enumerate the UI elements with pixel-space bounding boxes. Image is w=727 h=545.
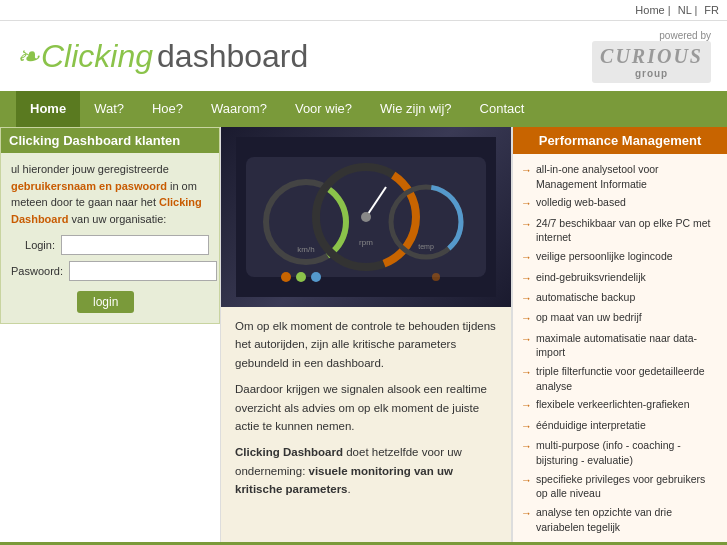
right-column: Performance Management →all-in-one analy… (512, 127, 727, 542)
arrow-icon: → (521, 332, 532, 347)
left-column: Clicking Dashboard klanten ul hieronder … (0, 127, 220, 542)
main-content: Clicking Dashboard klanten ul hieronder … (0, 127, 727, 542)
perf-item-text: éénduidige interpretatie (536, 418, 646, 433)
password-label: Paswoord: (11, 265, 63, 277)
arrow-icon: → (521, 217, 532, 232)
performance-list-item: →analyse ten opzichte van drie variabele… (517, 503, 723, 536)
nav-contact[interactable]: Contact (466, 91, 539, 127)
arrow-icon: → (521, 250, 532, 265)
clicking-dashboard-bold: Clicking Dashboard (235, 446, 343, 458)
perf-item-text: specifieke privileges voor gebruikers op… (536, 472, 719, 501)
performance-list-item: →24/7 beschikbaar van op elke PC met int… (517, 214, 723, 247)
performance-list-item: →veilige persoonlijke logincode (517, 247, 723, 267)
perf-item-text: volledig web-based (536, 195, 626, 210)
center-column: km/h rpm temp Om op elk moment de contro… (220, 127, 512, 542)
perf-item-text: all-in-one analysetool voor Management I… (536, 162, 719, 191)
svg-text:rpm: rpm (359, 238, 373, 247)
svg-point-16 (432, 273, 440, 281)
perf-item-text: automatische backup (536, 290, 635, 305)
home-link[interactable]: Home (635, 4, 664, 16)
logo-dashboard: dashboard (157, 38, 308, 75)
svg-point-8 (361, 212, 371, 222)
login-field-row: Login: (11, 235, 209, 255)
password-input[interactable] (69, 261, 217, 281)
center-text-area: Om op elk moment de controle te behouden… (221, 307, 511, 517)
nav-hoe[interactable]: Hoe? (138, 91, 197, 127)
performance-list-item: →maximale automatisatie naar data-import (517, 329, 723, 362)
svg-point-14 (296, 272, 306, 282)
center-para-3: Clicking Dashboard doet hetzelfde voor u… (235, 443, 497, 498)
performance-list: →all-in-one analysetool voor Management … (513, 154, 727, 542)
arrow-icon: → (521, 163, 532, 178)
login-label: Login: (11, 239, 55, 251)
main-nav: Home Wat? Hoe? Waarom? Voor wie? Wie zij… (0, 91, 727, 127)
arrow-icon: → (521, 196, 532, 211)
svg-point-13 (281, 272, 291, 282)
powered-by-text: powered by (592, 30, 711, 41)
curious-text: CURIOUS (600, 45, 703, 67)
curious-logo: CURIOUS group (592, 41, 711, 83)
login-box: Clicking Dashboard klanten ul hieronder … (0, 127, 220, 324)
password-field-row: Paswoord: (11, 261, 209, 281)
perf-item-text: eind-gebruiksvriendelijk (536, 270, 646, 285)
perf-item-text: veilige persoonlijke logincode (536, 249, 673, 264)
performance-list-item: →eind-gebruiksvriendelijk (517, 268, 723, 288)
perf-item-text: 24/7 beschikbaar van op elke PC met inte… (536, 216, 719, 245)
center-para-2: Daardoor krijgen we signalen alsook een … (235, 380, 497, 435)
arrow-icon: → (521, 398, 532, 413)
logo-clicking: Clicking (41, 38, 153, 75)
arrow-icon: → (521, 271, 532, 286)
performance-list-item: →éénduidige interpretatie (517, 416, 723, 436)
nav-wie-zijn-wij[interactable]: Wie zijn wij? (366, 91, 466, 127)
performance-list-item: →op maat van uw bedrijf (517, 308, 723, 328)
nl-link[interactable]: NL (678, 4, 692, 16)
perf-item-text: analyse ten opzichte van drie variabelen… (536, 505, 719, 534)
nav-home[interactable]: Home (16, 91, 80, 127)
powered-by-area: powered by CURIOUS group (592, 30, 711, 83)
perf-item-text: maximale automatisatie naar data-import (536, 331, 719, 360)
arrow-icon: → (521, 473, 532, 488)
login-input[interactable] (61, 235, 209, 255)
performance-list-item: →triple filterfunctie voor gedetailleerd… (517, 362, 723, 395)
svg-text:temp: temp (418, 243, 434, 251)
fr-link[interactable]: FR (704, 4, 719, 16)
arrow-icon: → (521, 311, 532, 326)
arrow-icon: → (521, 419, 532, 434)
curious-group-text: group (600, 68, 703, 79)
visual-monitoring-bold: visuele monitoring van uw kritische para… (235, 465, 453, 495)
performance-list-item: →flexibele verkeerlichten-grafieken (517, 395, 723, 415)
arrow-icon: → (521, 291, 532, 306)
perf-item-text: flexibele verkeerlichten-grafieken (536, 397, 690, 412)
performance-list-item: →automatische backup (517, 288, 723, 308)
perf-item-text: op maat van uw bedrijf (536, 310, 642, 325)
dashboard-image: km/h rpm temp (221, 127, 511, 307)
performance-header: Performance Management (513, 127, 727, 154)
header: ❧ Clicking dashboard powered by CURIOUS … (0, 21, 727, 91)
nav-wat[interactable]: Wat? (80, 91, 138, 127)
arrow-icon: → (521, 365, 532, 380)
perf-item-text: triple filterfunctie voor gedetailleerde… (536, 364, 719, 393)
performance-list-item: →specifieke privileges voor gebruikers o… (517, 470, 723, 503)
login-box-title: Clicking Dashboard klanten (1, 128, 219, 153)
dashboard-svg: km/h rpm temp (236, 137, 496, 297)
nav-waarom[interactable]: Waarom? (197, 91, 281, 127)
performance-list-item: →all-in-one analysetool voor Management … (517, 160, 723, 193)
login-description: ul hieronder jouw geregistreerde gebruik… (11, 161, 209, 227)
login-button[interactable]: login (77, 291, 134, 313)
arrow-icon: → (521, 506, 532, 521)
performance-list-item: →multi-purpose (info - coaching - bijstu… (517, 436, 723, 469)
performance-list-item: →volledig web-based (517, 193, 723, 213)
center-para-1: Om op elk moment de controle te behouden… (235, 317, 497, 372)
perf-item-text: multi-purpose (info - coaching - bijstur… (536, 438, 719, 467)
logo-area: ❧ Clicking dashboard (16, 38, 308, 75)
svg-point-15 (311, 272, 321, 282)
logo-leaf-icon: ❧ (16, 40, 39, 73)
arrow-icon: → (521, 439, 532, 454)
nav-voor-wie[interactable]: Voor wie? (281, 91, 366, 127)
svg-text:km/h: km/h (297, 245, 314, 254)
top-bar: Home | NL | FR (0, 0, 727, 21)
